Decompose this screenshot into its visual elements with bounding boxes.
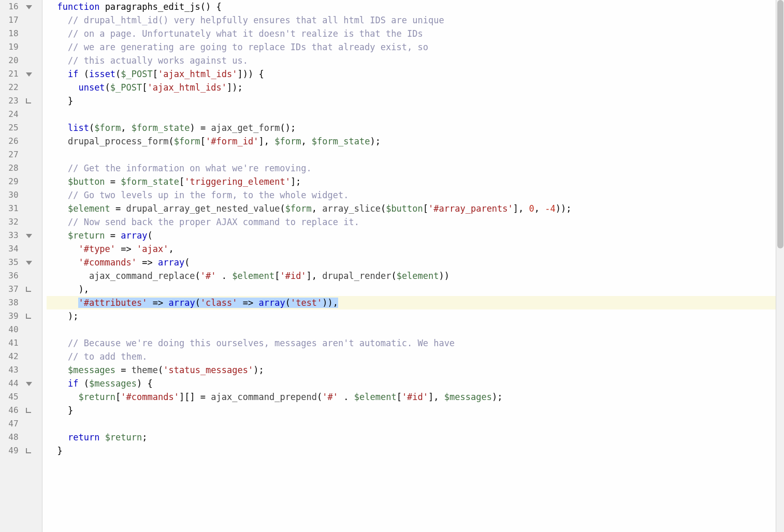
code-line[interactable]: }: [47, 94, 776, 108]
code-line[interactable]: drupal_process_form($form['#form_id'], $…: [47, 135, 776, 148]
line-number: 28: [0, 161, 19, 175]
line-number: 21: [0, 67, 19, 81]
code-line[interactable]: ),: [47, 283, 776, 296]
code-line[interactable]: // we are generating are going to replac…: [47, 40, 776, 54]
fold-down-icon[interactable]: [26, 382, 32, 386]
line-number: 31: [0, 202, 19, 215]
line-number: 49: [0, 444, 19, 457]
line-number: 18: [0, 27, 19, 40]
code-line[interactable]: return $return;: [47, 431, 776, 444]
code-line[interactable]: unset($_POST['ajax_html_ids']);: [47, 81, 776, 94]
line-number: 32: [0, 215, 19, 229]
code-line[interactable]: $return['#commands'][] = ajax_command_pr…: [47, 390, 776, 404]
code-line[interactable]: // Because we're doing this ourselves, m…: [47, 336, 776, 350]
code-line[interactable]: // drupal_html_id() very helpfully ensur…: [47, 13, 776, 27]
code-line[interactable]: // Go two levels up in the form, to the …: [47, 188, 776, 202]
text-selection[interactable]: '#attributes' => array('class' => array(…: [78, 298, 338, 308]
code-line[interactable]: }: [47, 404, 776, 417]
code-line[interactable]: // this actually works against us.: [47, 54, 776, 67]
fold-end-icon: [26, 98, 31, 104]
line-number: 41: [0, 336, 19, 350]
code-line[interactable]: // Now send back the proper AJAX command…: [47, 215, 776, 229]
code-line[interactable]: $return = array(: [47, 229, 776, 242]
code-line[interactable]: '#type' => 'ajax',: [47, 242, 776, 256]
fold-end-icon: [26, 287, 31, 292]
line-number-column: 1617181920212223242526272829303132333435…: [0, 0, 22, 532]
line-number: 16: [0, 0, 19, 13]
line-number: 19: [0, 40, 19, 54]
line-number: 46: [0, 404, 19, 417]
code-line[interactable]: '#commands' => array(: [47, 256, 776, 269]
line-number: 39: [0, 309, 19, 323]
code-line[interactable]: // Get the information on what we're rem…: [47, 161, 776, 175]
fold-end-icon: [26, 314, 31, 319]
code-line[interactable]: $messages = theme('status_messages');: [47, 363, 776, 377]
line-number: 23: [0, 94, 19, 108]
fold-down-icon[interactable]: [26, 261, 32, 265]
line-number: 20: [0, 54, 19, 67]
line-number: 30: [0, 188, 19, 202]
line-number: 27: [0, 148, 19, 161]
line-number: 38: [0, 296, 19, 309]
fold-down-icon[interactable]: [26, 5, 32, 9]
code-area[interactable]: function paragraphs_edit_js() { // drupa…: [42, 0, 776, 532]
line-number: 43: [0, 363, 19, 377]
code-editor: 1617181920212223242526272829303132333435…: [0, 0, 784, 532]
fold-end-icon: [26, 408, 31, 413]
code-line[interactable]: [47, 323, 776, 336]
line-number: 44: [0, 377, 19, 390]
line-number: 36: [0, 269, 19, 283]
code-line[interactable]: function paragraphs_edit_js() {: [47, 0, 776, 13]
code-line[interactable]: [47, 108, 776, 121]
line-number: 26: [0, 135, 19, 148]
line-number: 33: [0, 229, 19, 242]
code-line[interactable]: if ($messages) {: [47, 377, 776, 390]
line-number: 37: [0, 283, 19, 296]
code-line-highlighted[interactable]: '#attributes' => array('class' => array(…: [47, 296, 776, 309]
line-number: 47: [0, 417, 19, 431]
code-line[interactable]: );: [47, 309, 776, 323]
line-number: 24: [0, 108, 19, 121]
code-line[interactable]: $button = $form_state['triggering_elemen…: [47, 175, 776, 188]
line-number: 40: [0, 323, 19, 336]
code-line[interactable]: $element = drupal_array_get_nested_value…: [47, 202, 776, 215]
fold-end-icon: [26, 448, 31, 453]
code-line[interactable]: // on a page. Unfortunately what it does…: [47, 27, 776, 40]
line-number: 42: [0, 350, 19, 363]
line-number: 17: [0, 13, 19, 27]
line-number: 25: [0, 121, 19, 135]
line-number: 45: [0, 390, 19, 404]
line-number: 34: [0, 242, 19, 256]
line-number: 22: [0, 81, 19, 94]
code-line[interactable]: list($form, $form_state) = ajax_get_form…: [47, 121, 776, 135]
line-number: 29: [0, 175, 19, 188]
code-line[interactable]: ajax_command_replace('#' . $element['#id…: [47, 269, 776, 283]
gutter: 1617181920212223242526272829303132333435…: [0, 0, 42, 532]
fold-column: [22, 0, 42, 532]
code-line[interactable]: [47, 148, 776, 161]
code-line[interactable]: }: [47, 444, 776, 457]
code-line[interactable]: // to add them.: [47, 350, 776, 363]
scrollbar-thumb[interactable]: [777, 0, 783, 248]
fold-down-icon[interactable]: [26, 72, 32, 77]
line-number: 48: [0, 431, 19, 444]
fold-down-icon[interactable]: [26, 234, 32, 238]
code-line[interactable]: if (isset($_POST['ajax_html_ids'])) {: [47, 67, 776, 81]
line-number: 35: [0, 256, 19, 269]
code-line[interactable]: [47, 417, 776, 431]
scrollbar-track[interactable]: [776, 0, 784, 532]
